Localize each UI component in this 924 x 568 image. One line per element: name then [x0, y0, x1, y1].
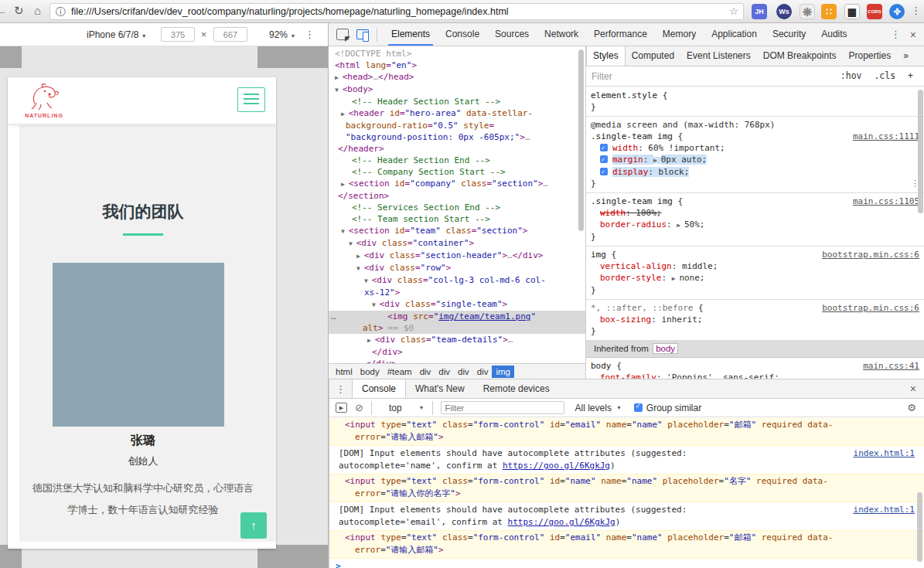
- code-line[interactable]: <!DOCTYPE html>: [329, 48, 585, 60]
- code-line[interactable]: Inherited from body: [591, 343, 919, 355]
- tab-event-listeners[interactable]: Event Listeners: [680, 46, 757, 66]
- code-line[interactable]: font-family: 'Poppins', sans-serif;: [588, 372, 919, 379]
- code-line[interactable]: ▶ <header id="hero-area" data-stellar-: [329, 107, 585, 120]
- group-similar-toggle[interactable]: Group similar: [634, 403, 701, 413]
- tab-security[interactable]: Security: [765, 23, 813, 46]
- stylesheet-link[interactable]: main.css:1105: [853, 196, 919, 207]
- console-link[interactable]: https://goo.gl/6KgkJg: [508, 517, 615, 527]
- code-line[interactable]: main.css:1111.single-team img {: [588, 131, 919, 142]
- url-text[interactable]: file:///Users/crifan/dev/dev_root/compan…: [71, 6, 509, 17]
- tab-computed[interactable]: Computed: [626, 46, 680, 66]
- code-line[interactable]: ▶ <section id="company" class="section">…: [329, 178, 585, 190]
- breadcrumb-img[interactable]: img: [492, 366, 514, 378]
- address-bar[interactable]: ⓘ file:///Users/crifan/dev/dev_root/comp…: [49, 3, 744, 20]
- code-line[interactable]: ▼ <body>: [329, 83, 585, 96]
- code-line[interactable]: ▼ <div class="row">: [329, 262, 585, 274]
- code-line[interactable]: >: [329, 560, 924, 568]
- styles-scrollbar[interactable]: [918, 90, 923, 213]
- code-line[interactable]: ⋮}: [588, 178, 919, 189]
- stylesheet-link[interactable]: bootstrap.min.css:6: [822, 302, 919, 314]
- site-logo[interactable]: NATURLING: [22, 82, 66, 118]
- stylesheet-link[interactable]: main.css:41: [863, 360, 919, 372]
- code-line[interactable]: autocomplete='email', confirm at https:/…: [329, 516, 915, 529]
- code-line[interactable]: ▶ <div class="team-details">…: [329, 334, 585, 346]
- toggle-element-classes[interactable]: .cls: [874, 70, 895, 81]
- code-line[interactable]: display: block;: [588, 166, 919, 178]
- code-line[interactable]: </header>: [329, 143, 585, 155]
- code-line[interactable]: @media screen and (max-width: 768px): [588, 119, 919, 131]
- code-line[interactable]: margin: ▶ 0px auto;: [588, 154, 919, 166]
- extension-qr-icon[interactable]: ▦: [844, 4, 860, 19]
- code-line[interactable]: <input type="text" class="form-control" …: [329, 419, 915, 431]
- console-sidebar-toggle-icon[interactable]: ▶: [336, 403, 347, 413]
- code-line[interactable]: background-ratio="0.5" style=: [329, 120, 585, 131]
- code-line[interactable]: main.css:41body {: [588, 360, 919, 372]
- breadcrumb-div[interactable]: div: [454, 366, 473, 378]
- zoom-select[interactable]: 92% ▼: [269, 29, 295, 40]
- extension-cors-icon[interactable]: CORS: [867, 4, 882, 19]
- toggle-hover-state[interactable]: :hov: [840, 70, 862, 81]
- device-select[interactable]: iPhone 6/7/8 ▼: [87, 29, 147, 40]
- code-line[interactable]: error="请输入邮箱">: [329, 431, 915, 444]
- property-checkbox[interactable]: [600, 144, 608, 151]
- code-line[interactable]: border-radius: ▶ 50%;: [588, 219, 919, 231]
- code-line[interactable]: index.html:1[DOM] Input elements should …: [329, 447, 915, 460]
- device-height-input[interactable]: [213, 27, 247, 42]
- back-icon[interactable]: ←: [0, 4, 7, 17]
- code-line[interactable]: }: [588, 231, 919, 243]
- tab-what-s-new[interactable]: What's New: [406, 379, 474, 398]
- tab-network[interactable]: Network: [537, 23, 586, 46]
- code-line[interactable]: <input type="text" class="form-control" …: [329, 532, 915, 544]
- tab-audits[interactable]: Audits: [813, 23, 854, 46]
- execution-context-select[interactable]: top▼: [389, 403, 424, 413]
- home-icon[interactable]: ⌂: [34, 4, 41, 17]
- code-line[interactable]: <input type="text" class="form-control" …: [329, 475, 915, 488]
- drawer-close-icon[interactable]: ×: [907, 379, 924, 398]
- code-line[interactable]: ▼ <div class="container">: [329, 237, 585, 250]
- drawer-menu-icon[interactable]: ⋮: [329, 379, 352, 398]
- extension-target-icon[interactable]: ✜: [889, 4, 905, 19]
- code-line[interactable]: }: [588, 284, 919, 296]
- styles-filter-input[interactable]: Filter: [592, 71, 612, 82]
- extension-grid-icon[interactable]: ∷: [821, 4, 837, 19]
- device-toolbar-toggle-icon[interactable]: [356, 29, 369, 40]
- code-line[interactable]: border-style: ▶ none;: [588, 272, 919, 284]
- breadcrumb-body[interactable]: body: [356, 366, 384, 378]
- code-line[interactable]: xs-12">: [329, 287, 585, 298]
- code-line[interactable]: alt> == $0: [329, 322, 585, 334]
- code-line[interactable]: error="请输入你的名字">: [329, 488, 915, 500]
- code-line[interactable]: <!-- Services Section End -->: [329, 202, 585, 213]
- code-line[interactable]: …<img src="img/team/team1.png": [329, 311, 585, 322]
- code-line[interactable]: index.html:1[DOM] Input elements should …: [329, 504, 915, 516]
- tab-console[interactable]: Console: [438, 23, 487, 46]
- code-line[interactable]: element.style {: [588, 90, 919, 101]
- source-link[interactable]: index.html:1: [854, 447, 915, 460]
- stylesheet-link[interactable]: bootstrap.min.css:6: [822, 249, 919, 260]
- clear-console-icon[interactable]: ⊘: [355, 402, 363, 413]
- code-line[interactable]: ▼ <div class="single-team">: [329, 298, 585, 311]
- code-line[interactable]: ▶ <head>…</head>: [329, 71, 585, 83]
- code-line[interactable]: <!-- Header Section Start -->: [329, 96, 585, 107]
- breadcrumb-div[interactable]: div: [435, 366, 454, 378]
- code-line[interactable]: error="请输入邮箱">: [329, 544, 915, 556]
- devtools-menu-icon[interactable]: ⋮: [885, 29, 907, 40]
- tab-properties[interactable]: Properties: [842, 46, 897, 66]
- tab-performance[interactable]: Performance: [586, 23, 655, 46]
- code-line[interactable]: <!-- Header Section End -->: [329, 155, 585, 166]
- browser-menu-icon[interactable]: ⋮: [911, 5, 920, 16]
- console-filter-input[interactable]: [441, 401, 564, 414]
- code-line[interactable]: </div>: [329, 358, 585, 363]
- code-line[interactable]: main.css:1105.single-team img {: [588, 196, 919, 207]
- tab-elements[interactable]: Elements: [384, 23, 438, 46]
- device-width-input[interactable]: [161, 27, 195, 42]
- devtools-close-icon[interactable]: ×: [907, 29, 924, 41]
- extension-gear-icon[interactable]: ❋: [800, 4, 815, 19]
- hamburger-menu-button[interactable]: [237, 87, 265, 112]
- tab-console[interactable]: Console: [352, 379, 406, 398]
- checkbox-checked-icon[interactable]: [634, 403, 643, 412]
- code-line[interactable]: bootstrap.min.css:6img {: [588, 249, 919, 260]
- code-line[interactable]: <!-- Company Section Start -->: [329, 166, 585, 178]
- console-settings-icon[interactable]: ⚙: [907, 402, 916, 413]
- code-line[interactable]: }: [588, 325, 919, 337]
- code-line[interactable]: </div>: [329, 346, 585, 358]
